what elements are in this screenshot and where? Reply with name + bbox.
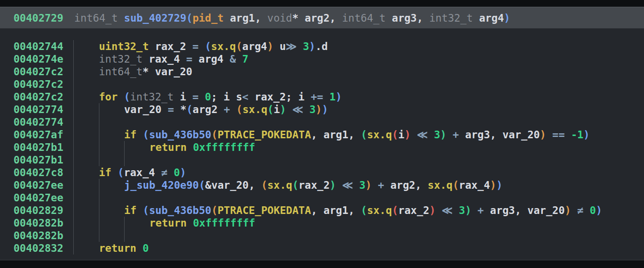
function-signature-line[interactable]: 00402729 int64_t sub_402729(pid_t arg1, …	[0, 7, 644, 28]
line-address[interactable]: 004027ee	[0, 179, 63, 191]
code-token[interactable]: * var_20	[143, 66, 192, 77]
code-token[interactable]: 3	[359, 179, 366, 191]
code-token[interactable]: 3	[434, 129, 440, 141]
code-token[interactable]	[286, 104, 292, 115]
code-token[interactable]	[411, 129, 417, 141]
code-token[interactable]	[571, 204, 577, 216]
code-token[interactable]: rax_2	[149, 41, 192, 52]
code-token[interactable]	[323, 91, 330, 103]
code-token[interactable]	[452, 204, 459, 216]
code-token[interactable]: sx.q	[268, 179, 292, 191]
code-line[interactable]: 004027b1return 0xffffffff	[0, 141, 644, 154]
code-token[interactable]: ≫	[286, 41, 297, 52]
code-token[interactable]: +	[452, 129, 459, 141]
code-token[interactable]: )	[465, 204, 471, 216]
code-token[interactable]: <	[242, 91, 249, 103]
line-address[interactable]: 004027ee	[0, 191, 63, 204]
code-token[interactable]: -1	[571, 129, 584, 141]
code-token[interactable]	[565, 129, 571, 141]
code-token[interactable]	[546, 129, 552, 141]
code-line[interactable]: 004027c8if (rax_4 ≠ 0)	[0, 166, 644, 179]
code-token[interactable]: (	[452, 179, 459, 191]
code-token[interactable]: u	[273, 41, 286, 52]
code-line[interactable]: 00402774	[0, 116, 644, 128]
code-token[interactable]: )	[504, 12, 510, 24]
code-token[interactable]: arg4	[473, 12, 504, 24]
code-token[interactable]: sub_402729	[124, 12, 186, 24]
code-token[interactable]: int32_t	[130, 91, 174, 103]
code-token[interactable]: (	[124, 91, 130, 103]
code-token[interactable]: )	[180, 167, 186, 178]
code-line[interactable]: 0040274eint32_t rax_4 = arg4 & 7	[0, 53, 644, 65]
code-token[interactable]: * arg2,	[292, 12, 342, 24]
code-token[interactable]: sub_436b50	[149, 129, 211, 141]
code-token[interactable]: (	[268, 104, 274, 115]
code-token[interactable]: =	[186, 53, 192, 65]
code-token[interactable]: int32_t	[429, 12, 473, 24]
line-address[interactable]: 00402744	[0, 40, 63, 53]
code-token[interactable]: , arg1,	[311, 129, 361, 141]
line-address[interactable]: 0040282b	[0, 229, 63, 242]
code-token[interactable]: ≪	[292, 104, 303, 115]
code-token[interactable]: 0	[590, 204, 596, 216]
code-token[interactable]: (	[187, 104, 193, 115]
code-token[interactable]: (	[236, 41, 242, 52]
code-token[interactable]: return	[149, 217, 187, 229]
code-token[interactable]: PTRACE_POKEDATA	[218, 204, 311, 216]
code-token[interactable]: ==	[552, 129, 565, 141]
code-token[interactable]: void	[267, 12, 292, 24]
code-token[interactable]: sub_436b50	[149, 204, 211, 216]
code-line[interactable]: 004027c2for (int32_t i = 0; i s< rax_2; …	[0, 91, 644, 103]
code-token[interactable]: sx.q	[211, 41, 236, 52]
code-token[interactable]	[167, 167, 174, 178]
code-token[interactable]: i	[273, 104, 280, 115]
code-token[interactable]: ≠	[161, 167, 168, 178]
code-token[interactable]: (	[361, 129, 367, 141]
code-token[interactable]: sx.q	[367, 204, 392, 216]
line-address[interactable]: 0040282b	[0, 217, 63, 229]
code-token[interactable]	[199, 91, 205, 103]
code-line[interactable]: 004027eej_sub_420e90(&var_20, (sx.q(rax_…	[0, 179, 644, 191]
line-address[interactable]: 00402774	[0, 103, 63, 116]
code-token[interactable]: (	[205, 41, 211, 52]
code-token[interactable]: )	[280, 104, 286, 115]
code-token[interactable]: *	[174, 104, 187, 115]
line-address[interactable]: 004027c8	[0, 166, 63, 179]
code-token[interactable]: 3	[303, 41, 309, 52]
code-line[interactable]: 00402829if (sub_436b50(PTRACE_POKEDATA, …	[0, 204, 644, 217]
code-token[interactable]	[137, 129, 143, 141]
code-token[interactable]: (	[199, 179, 205, 191]
code-token[interactable]: )	[490, 179, 496, 191]
code-token[interactable]: i	[174, 91, 192, 103]
code-token[interactable]: 1	[329, 91, 335, 103]
code-token[interactable]	[112, 167, 118, 178]
code-token[interactable]: (	[143, 204, 149, 216]
code-token[interactable]: )	[316, 104, 322, 115]
code-token[interactable]	[236, 53, 242, 65]
code-token[interactable]: int64_t	[74, 12, 118, 24]
code-token[interactable]	[187, 217, 193, 229]
code-token[interactable]: (	[211, 204, 218, 216]
code-token[interactable]	[336, 179, 342, 191]
code-token[interactable]	[187, 141, 193, 153]
code-token[interactable]: )	[540, 129, 546, 141]
code-token[interactable]: int64_t	[99, 66, 143, 77]
function-address[interactable]: 00402729	[0, 12, 63, 24]
code-token[interactable]: return	[99, 242, 136, 254]
code-token[interactable]: sx.q	[428, 179, 452, 191]
code-token[interactable]: uint32_t	[99, 41, 149, 52]
code-token[interactable]	[428, 129, 434, 141]
code-token[interactable]: j_sub_420e90	[124, 179, 199, 191]
code-token[interactable]: +	[478, 204, 484, 216]
code-token[interactable]: (	[361, 204, 367, 216]
code-token[interactable]: ≪	[442, 204, 452, 216]
code-token[interactable]: )	[309, 41, 315, 52]
code-token[interactable]: arg2	[192, 104, 224, 115]
code-token[interactable]: if	[124, 129, 137, 141]
code-token[interactable]	[297, 41, 303, 52]
code-token[interactable]: int64_t	[342, 12, 386, 24]
code-token[interactable]: )	[404, 129, 411, 141]
code-token[interactable]: ≪	[417, 129, 428, 141]
code-line[interactable]: 004027c2	[0, 78, 644, 91]
code-token[interactable]	[435, 204, 442, 216]
